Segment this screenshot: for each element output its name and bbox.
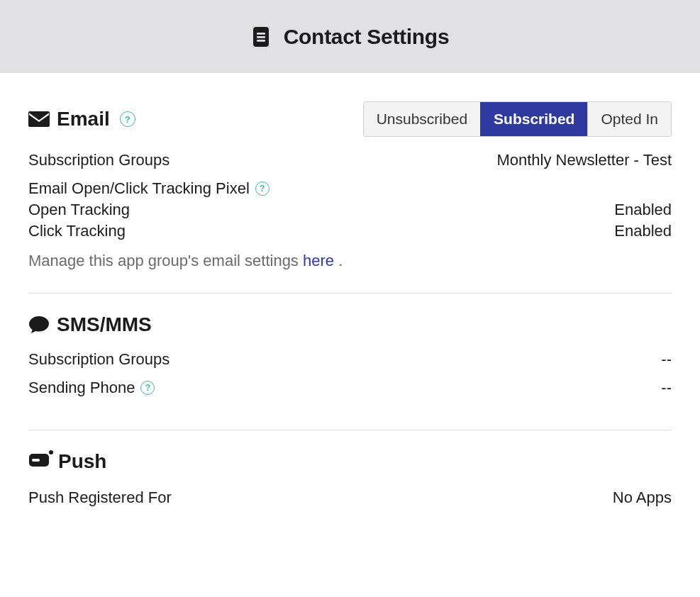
email-section-top: Email ? Unsubscribed Subscribed Opted In (28, 101, 672, 137)
row-value: Enabled (614, 222, 672, 240)
help-icon[interactable]: ? (140, 381, 155, 395)
push-section: Push Push Registered For No Apps (28, 450, 672, 520)
email-tracking-pixel-header: Email Open/Click Tracking Pixel ? (28, 179, 672, 198)
segment-subscribed[interactable]: Subscribed (480, 102, 587, 136)
push-card-icon (28, 452, 51, 471)
content-area: Email ? Unsubscribed Subscribed Opted In… (0, 73, 700, 548)
segment-label: Opted In (601, 111, 658, 128)
row-label: Open Tracking (28, 201, 130, 219)
svg-rect-2 (257, 36, 265, 38)
sms-heading: SMS/MMS (28, 313, 672, 336)
speech-bubble-icon (28, 316, 50, 334)
row-label: Click Tracking (28, 222, 126, 240)
segment-label: Subscribed (494, 111, 574, 128)
header: Contact Settings (0, 0, 700, 73)
contact-book-icon (251, 26, 271, 48)
push-title: Push (58, 450, 106, 473)
email-subscription-groups-row: Subscription Groups Monthly Newsletter -… (28, 151, 672, 169)
email-settings-link[interactable]: here (303, 252, 334, 269)
sms-title: SMS/MMS (57, 313, 152, 336)
section-divider (28, 293, 672, 294)
email-section: Email ? Unsubscribed Subscribed Opted In… (28, 101, 672, 287)
sms-section: SMS/MMS Subscription Groups -- Sending P… (28, 313, 672, 424)
envelope-icon (28, 111, 50, 127)
section-divider (28, 430, 672, 430)
svg-rect-1 (257, 33, 265, 35)
row-value: Monthly Newsletter - Test (496, 151, 672, 169)
click-tracking-row: Click Tracking Enabled (28, 222, 672, 240)
help-icon[interactable]: ? (255, 182, 270, 196)
email-heading: Email ? (28, 108, 135, 130)
sending-phone-row: Sending Phone ? -- (28, 379, 672, 397)
segment-label: Unsubscribed (377, 111, 467, 128)
row-label-wrap: Sending Phone ? (28, 379, 155, 397)
row-value: No Apps (613, 489, 672, 507)
page-title: Contact Settings (284, 25, 450, 49)
row-value: -- (661, 350, 672, 369)
footnote-prefix: Manage this app group's email settings (28, 252, 303, 269)
email-subscription-segmented: Unsubscribed Subscribed Opted In (363, 101, 672, 137)
email-settings-footnote: Manage this app group's email settings h… (28, 252, 672, 270)
sending-phone-label: Sending Phone (28, 379, 135, 397)
svg-rect-3 (257, 40, 265, 42)
svg-rect-5 (32, 459, 40, 462)
segment-unsubscribed[interactable]: Unsubscribed (364, 102, 480, 136)
open-tracking-row: Open Tracking Enabled (28, 201, 672, 219)
footnote-suffix: . (334, 252, 343, 269)
row-value: -- (661, 379, 672, 397)
push-registered-row: Push Registered For No Apps (28, 489, 672, 507)
segment-opted-in[interactable]: Opted In (587, 102, 671, 136)
row-label: Subscription Groups (28, 151, 170, 169)
email-title: Email (57, 108, 110, 130)
help-icon[interactable]: ? (120, 111, 135, 127)
sms-subscription-groups-row: Subscription Groups -- (28, 350, 672, 369)
notification-dot-icon (49, 450, 53, 454)
row-label: Push Registered For (28, 489, 172, 507)
row-label: Subscription Groups (28, 350, 170, 369)
row-value: Enabled (614, 201, 672, 219)
tracking-pixel-label: Email Open/Click Tracking Pixel (28, 179, 250, 198)
push-heading: Push (28, 450, 672, 473)
